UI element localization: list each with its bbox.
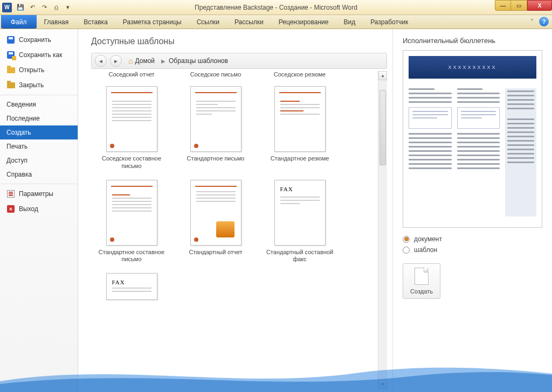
sidebar-label: Сведения [6, 101, 36, 108]
sidebar-item-save[interactable]: Сохранить [0, 32, 78, 47]
template-thumbnail [106, 180, 157, 246]
radio-icon [403, 236, 410, 243]
sidebar-item-info[interactable]: Сведения [0, 97, 78, 111]
forward-button[interactable]: ► [110, 55, 122, 67]
ribbon-collapse-icon[interactable]: ˅ [527, 17, 537, 26]
sidebar-item-open[interactable]: Открыть [0, 62, 78, 78]
minimize-button[interactable]: — [495, 0, 511, 11]
preview-box: XXXXXXXXXX [403, 50, 542, 228]
scrollbar[interactable]: ▲ ▼ [378, 71, 387, 389]
qat-more[interactable]: ▾ [63, 2, 73, 13]
window-buttons: — ▭ X [495, 0, 552, 11]
template-thumbnail: FAX [106, 273, 157, 300]
tab-review[interactable]: Рецензирование [271, 15, 336, 29]
maximize-button[interactable]: ▭ [511, 0, 527, 11]
preview-column: Исполнительный бюллетень XXXXXXXXXX [392, 29, 552, 392]
scroll-up-icon[interactable]: ▲ [378, 71, 387, 80]
breadcrumb-location: Образцы шаблонов [169, 57, 228, 65]
chevron-right-icon: ▶ [161, 58, 165, 64]
close-icon [7, 82, 15, 88]
template-item[interactable]: Стандартное письмо [175, 86, 256, 170]
create-button-label: Создать [410, 288, 433, 295]
tab-layout[interactable]: Разметка страницы [115, 15, 189, 29]
divider [0, 184, 78, 184]
template-item[interactable]: Соседское составное письмо [91, 86, 172, 170]
templates-column: Доступные шаблоны ◄ ► ⌂Домой ▶ Образцы ш… [78, 29, 392, 392]
tab-view[interactable]: Вид [336, 15, 363, 29]
sidebar-item-new[interactable]: Создать [0, 125, 78, 139]
radio-template[interactable]: шаблон [403, 246, 542, 254]
window-title: Представление Backstage - Создание - Mic… [195, 4, 357, 11]
sidebar-item-help[interactable]: Справка [0, 167, 78, 181]
home-icon: ⌂ [128, 57, 133, 65]
divider [0, 95, 78, 95]
tab-references[interactable]: Ссылки [189, 15, 227, 29]
scroll-thumb[interactable] [380, 90, 386, 165]
preview-header-text: XXXXXXXXXX [448, 65, 496, 70]
backstage-sidebar: Сохранить Сохранить как Открыть Закрыть … [0, 29, 78, 392]
template-label: Стандартный отчет [187, 249, 244, 263]
word-icon: W [2, 3, 12, 12]
template-label: Соседское резюме [259, 71, 340, 83]
template-thumbnail [190, 180, 242, 246]
radio-document[interactable]: документ [403, 235, 542, 243]
sidebar-label: Доступ [6, 157, 27, 164]
template-thumbnail: FAX [274, 180, 326, 246]
sidebar-label: Создать [6, 129, 31, 136]
template-thumbnail [190, 86, 242, 152]
breadcrumb-home-label: Домой [135, 57, 155, 65]
qat-redo[interactable]: ↷ [39, 2, 50, 13]
tab-file[interactable]: Файл [1, 15, 37, 29]
template-item[interactable]: Стандартное составное письмо [91, 180, 172, 264]
backstage-content: Доступные шаблоны ◄ ► ⌂Домой ▶ Образцы ш… [78, 29, 552, 392]
template-item[interactable]: Стандартное резюме [259, 86, 340, 170]
breadcrumb: ◄ ► ⌂Домой ▶ Образцы шаблонов [91, 53, 387, 69]
back-button[interactable]: ◄ [95, 55, 107, 67]
sidebar-label: Открыть [19, 66, 44, 74]
tab-home[interactable]: Главная [37, 15, 77, 29]
quick-access-toolbar: 💾 ↶ ↷ ⎙ ▾ [15, 2, 73, 13]
radio-label: документ [414, 235, 442, 243]
template-label: Стандартное письмо [185, 155, 247, 169]
sidebar-label: Справка [6, 171, 32, 178]
breadcrumb-home[interactable]: ⌂Домой [125, 57, 158, 65]
tab-developer[interactable]: Разработчик [363, 15, 416, 29]
tab-mailings[interactable]: Рассылки [227, 15, 271, 29]
titlebar: W 💾 ↶ ↷ ⎙ ▾ Представление Backstage - Со… [0, 0, 552, 15]
template-item[interactable]: FAX Стандартный составной факс [259, 180, 340, 264]
template-label: Стандартное составное письмо [91, 249, 172, 264]
options-icon [7, 190, 15, 198]
templates-scroll-area: Соседский отчет Соседское письмо Соседск… [91, 71, 387, 389]
qat-print[interactable]: ⎙ [51, 2, 61, 13]
sidebar-label: Последние [6, 115, 40, 122]
close-button[interactable]: X [527, 0, 552, 11]
radio-label: шаблон [414, 246, 437, 254]
sidebar-item-close[interactable]: Закрыть [0, 78, 78, 93]
template-item[interactable]: Стандартный отчет [175, 180, 256, 264]
backstage-main: Сохранить Сохранить как Открыть Закрыть … [0, 29, 552, 392]
sidebar-item-exit[interactable]: ×Выход [0, 201, 78, 216]
qat-save[interactable]: 💾 [15, 2, 26, 13]
save-icon [7, 36, 15, 44]
exit-icon: × [7, 205, 15, 213]
open-icon [7, 67, 15, 73]
template-item[interactable]: FAX [91, 273, 172, 300]
sidebar-item-print[interactable]: Печать [0, 139, 78, 153]
radio-icon [403, 247, 410, 254]
qat-undo[interactable]: ↶ [27, 2, 38, 13]
tab-insert[interactable]: Вставка [76, 15, 115, 29]
create-button[interactable]: Создать [403, 263, 440, 299]
scroll-track[interactable] [378, 80, 387, 380]
sidebar-item-share[interactable]: Доступ [0, 153, 78, 167]
template-label: Стандартный составной факс [259, 249, 340, 264]
sidebar-item-options[interactable]: Параметры [0, 186, 78, 201]
sidebar-item-saveas[interactable]: Сохранить как [0, 47, 78, 62]
sidebar-label: Сохранить [19, 36, 51, 44]
help-icon[interactable]: ? [539, 17, 549, 26]
template-label: Соседский отчет [91, 71, 172, 83]
sidebar-item-recent[interactable]: Последние [0, 111, 78, 125]
scroll-down-icon[interactable]: ▼ [378, 380, 387, 389]
preview-title: Исполнительный бюллетень [403, 37, 542, 45]
template-label: Соседское составное письмо [91, 155, 172, 170]
save-as-icon [7, 51, 15, 59]
